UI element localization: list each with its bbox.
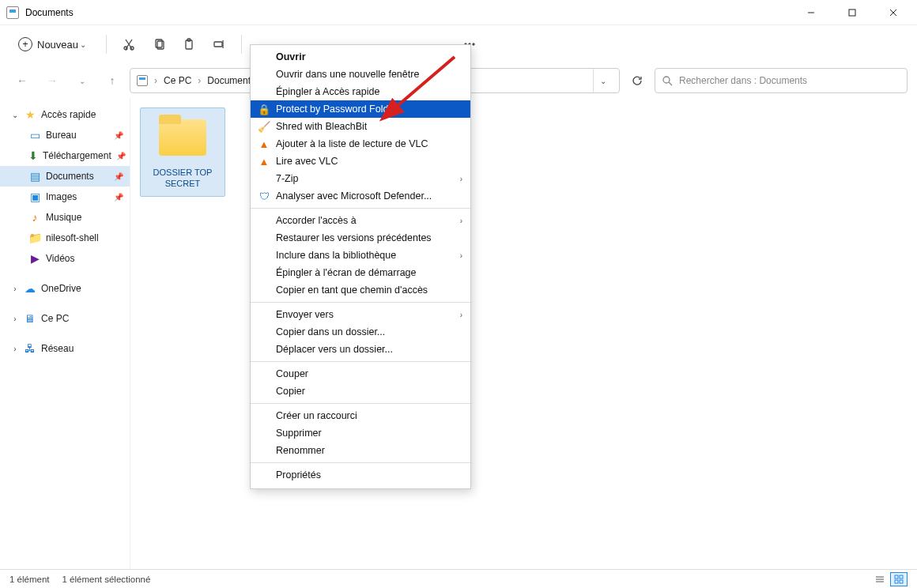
sidebar-item-nilesoft[interactable]: 📁nilesoft-shell [0, 228, 130, 248]
maximize-button[interactable] [835, 1, 870, 24]
svg-rect-24 [900, 580, 903, 583]
ctx-rename[interactable]: Renommer [251, 442, 470, 459]
download-icon: ⬇ [28, 149, 38, 162]
chevron-right-icon: › [460, 251, 462, 260]
status-count: 1 élément [9, 575, 50, 584]
sidebar-label: OneDrive [41, 283, 81, 294]
breadcrumb-root[interactable]: Ce PC [164, 75, 191, 86]
ctx-vlc-add[interactable]: ▲Ajouter à la liste de lecture de VLC [251, 135, 470, 153]
ctx-properties[interactable]: Propriétés [251, 466, 470, 484]
ctx-open[interactable]: Ouvrir [251, 48, 470, 66]
svg-line-16 [669, 82, 672, 85]
forward-button[interactable]: → [40, 68, 65, 93]
ctx-pin-quick[interactable]: Épingler à Accès rapide [251, 83, 470, 100]
chevron-right-icon: › [198, 75, 201, 86]
minimize-button[interactable] [794, 1, 828, 24]
sidebar: ⌄★Accès rapide ▭Bureau📌 ⬇Téléchargement📌… [0, 98, 130, 569]
sidebar-onedrive[interactable]: ›☁OneDrive [0, 278, 130, 299]
ctx-7zip[interactable]: 7-Zip› [251, 170, 470, 187]
chevron-right-icon: › [460, 175, 462, 183]
view-details-button[interactable] [871, 572, 889, 586]
ctx-shortcut[interactable]: Créer un raccourci [251, 407, 470, 424]
pc-icon: 🖥 [24, 312, 36, 325]
chevron-down-icon: ⌄ [80, 40, 86, 49]
sidebar-item-bureau[interactable]: ▭Bureau📌 [0, 125, 130, 145]
sidebar-item-videos[interactable]: ▶Vidéos [0, 248, 130, 269]
pictures-icon: ▣ [28, 190, 41, 203]
title-bar: Documents [0, 0, 917, 25]
ctx-shred[interactable]: 🧹Shred with BleachBit [251, 118, 470, 135]
sidebar-quick-access[interactable]: ⌄★Accès rapide [0, 104, 130, 125]
sidebar-this-pc[interactable]: ›🖥Ce PC [0, 308, 130, 329]
svg-rect-21 [895, 575, 898, 579]
sidebar-item-label: Vidéos [46, 253, 74, 264]
new-button[interactable]: + Nouveau ⌄ [9, 33, 95, 55]
ctx-pin-start[interactable]: Épingler à l'écran de démarrage [251, 264, 470, 281]
ctx-vlc-play[interactable]: ▲Lire avec VLC [251, 153, 470, 170]
sidebar-item-downloads[interactable]: ⬇Téléchargement📌 [0, 145, 130, 166]
separator [106, 35, 107, 54]
refresh-button[interactable] [625, 68, 650, 93]
recent-button[interactable]: ⌄ [70, 68, 95, 93]
desktop-icon: ▭ [28, 129, 41, 141]
ctx-delete[interactable]: Supprimer [251, 424, 470, 442]
svg-rect-22 [900, 575, 903, 579]
ctx-move-to-folder[interactable]: Déplacer vers un dossier... [251, 341, 470, 358]
ctx-cut[interactable]: Couper [251, 365, 470, 383]
status-bar: 1 élément 1 élément sélectionné [0, 569, 917, 588]
copy-icon[interactable] [148, 33, 170, 55]
sidebar-label: Ce PC [41, 313, 69, 324]
breadcrumb-current[interactable]: Documents [207, 75, 255, 86]
ctx-restore-versions[interactable]: Restaurer les versions précédentes [251, 229, 470, 247]
rename-icon[interactable] [208, 33, 230, 55]
sidebar-item-documents[interactable]: ▤Documents📌 [0, 166, 130, 187]
sidebar-item-label: Téléchargement [43, 150, 111, 161]
location-icon [137, 75, 148, 86]
ctx-include-library[interactable]: Inclure dans la bibliothèque› [251, 247, 470, 264]
ctx-open-new-window[interactable]: Ouvrir dans une nouvelle fenêtre [251, 66, 470, 83]
back-button[interactable]: ← [9, 68, 35, 93]
close-button[interactable] [876, 1, 911, 24]
network-icon: 🖧 [24, 342, 36, 355]
view-switcher [871, 572, 908, 586]
sidebar-item-label: Images [46, 191, 77, 202]
search-icon [662, 75, 673, 86]
ctx-copy[interactable]: Copier [251, 383, 470, 400]
svg-point-15 [663, 77, 670, 83]
content-pane[interactable]: DOSSIER TOP SECRET [130, 98, 917, 569]
cloud-icon: ☁ [24, 282, 36, 295]
lock-icon: 🔒 [257, 102, 271, 116]
sidebar-label: Réseau [41, 343, 74, 354]
context-menu: Ouvrir Ouvrir dans une nouvelle fenêtre … [250, 44, 471, 489]
svg-rect-23 [895, 580, 898, 583]
folder-tile-selected[interactable]: DOSSIER TOP SECRET [140, 107, 225, 197]
pin-icon: 📌 [114, 131, 123, 140]
cut-icon[interactable] [118, 33, 140, 55]
paste-icon[interactable] [178, 33, 200, 55]
chevron-right-icon: › [460, 217, 462, 225]
view-icons-button[interactable] [890, 572, 908, 586]
ctx-protect-password[interactable]: 🔒Protect by Password Folder [251, 100, 470, 118]
address-dropdown[interactable]: ⌄ [593, 69, 613, 92]
sidebar-item-images[interactable]: ▣Images📌 [0, 187, 130, 207]
window-title: Documents [25, 7, 74, 18]
ctx-send-to[interactable]: Envoyer vers› [251, 306, 470, 323]
ctx-defender[interactable]: 🛡Analyser avec Microsoft Defender... [251, 187, 470, 205]
ctx-copy-to-folder[interactable]: Copier dans un dossier... [251, 323, 470, 341]
ctx-grant-access[interactable]: Accorder l'accès à› [251, 212, 470, 229]
star-icon: ★ [24, 108, 36, 121]
sidebar-network[interactable]: ›🖧Réseau [0, 338, 130, 359]
vlc-icon: ▲ [257, 137, 271, 151]
pin-icon: 📌 [114, 193, 123, 202]
chevron-right-icon: › [460, 311, 462, 319]
up-button[interactable]: ↑ [100, 68, 125, 93]
pin-icon: 📌 [114, 172, 123, 181]
vlc-icon: ▲ [257, 154, 271, 168]
video-icon: ▶ [28, 252, 41, 265]
status-selected: 1 élément sélectionné [62, 575, 151, 584]
search-box[interactable]: Rechercher dans : Documents [655, 68, 908, 93]
sidebar-item-label: nilesoft-shell [46, 232, 99, 243]
svg-rect-8 [186, 40, 192, 49]
ctx-copy-path[interactable]: Copier en tant que chemin d'accès [251, 281, 470, 299]
sidebar-item-music[interactable]: ♪Musique [0, 207, 130, 228]
